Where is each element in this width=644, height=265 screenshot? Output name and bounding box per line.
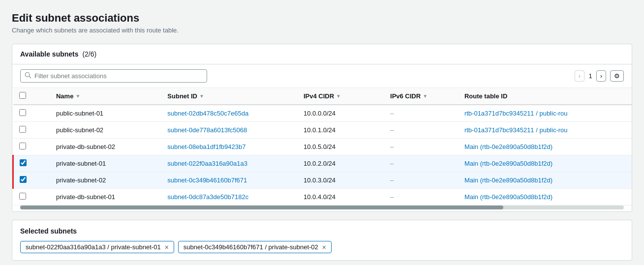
row-ipv6-cidr: – (384, 172, 459, 189)
row-ipv6-cidr: – (384, 139, 459, 155)
row-subnet-id[interactable]: subnet-0de778a6013fc5068 (161, 122, 298, 139)
table-row: private-subnet-01subnet-022f0aa316a90a1a… (13, 155, 632, 172)
table-row: public-subnet-01subnet-02db478c50c7e65da… (13, 105, 632, 122)
horizontal-scrollbar[interactable] (20, 206, 624, 209)
svg-line-1 (29, 76, 31, 78)
row-route-table-id[interactable]: rtb-01a371d7bc9345211 / public-rou (459, 122, 632, 139)
row-checkbox-cell (13, 139, 50, 155)
subnet-id-link[interactable]: subnet-0de778a6013fc5068 (167, 126, 247, 134)
row-checkbox-cell (13, 122, 50, 139)
row-checkbox[interactable] (19, 143, 26, 149)
tag-label: subnet-022f0aa316a90a1a3 / private-subne… (26, 243, 161, 251)
row-route-table-id[interactable]: Main (rtb-0e2e890a50d8b1f2d) (459, 155, 632, 172)
tag-label: subnet-0c349b46160b7f671 / private-subne… (184, 243, 318, 251)
row-ipv4-cidr: 10.0.3.0/24 (298, 172, 384, 189)
header-ipv4-cidr: IPv4 CIDR ▼ (298, 88, 384, 105)
page-subtitle: Change which subnets are associated with… (12, 27, 632, 34)
row-route-table-id[interactable]: Main (rtb-0e2e890a50d8b1f2d) (459, 189, 632, 206)
table-row: private-db-subnet-01subnet-0dc87a3de50b7… (13, 189, 632, 206)
page-container: Edit subnet associations Change which su… (12, 12, 632, 265)
row-checkbox[interactable] (20, 159, 27, 166)
row-name: private-subnet-02 (50, 172, 161, 189)
row-name: private-db-subnet-01 (50, 189, 161, 206)
row-ipv4-cidr: 10.0.0.0/24 (298, 105, 384, 122)
ipv6-sort-icon[interactable]: ▼ (423, 93, 428, 99)
subnet-id-link[interactable]: subnet-02db478c50c7e65da (167, 110, 248, 117)
row-route-table-id[interactable]: Main (rtb-0e2e890a50d8b1f2d) (459, 139, 632, 155)
route-table-link[interactable]: Main (rtb-0e2e890a50d8b1f2d) (464, 193, 552, 201)
ipv4-sort-icon[interactable]: ▼ (336, 93, 341, 99)
row-checkbox[interactable] (19, 193, 26, 200)
row-route-table-id[interactable]: rtb-01a371d7bc9345211 / public-rou (459, 105, 632, 122)
subnet-id-link[interactable]: subnet-022f0aa316a90a1a3 (167, 160, 247, 167)
row-name: public-subnet-02 (50, 122, 161, 139)
row-checkbox-cell (13, 105, 50, 122)
row-ipv4-cidr: 10.0.4.0/24 (298, 189, 384, 206)
row-checkbox[interactable] (20, 176, 27, 183)
row-ipv6-cidr: – (384, 155, 459, 172)
subnet-id-link[interactable]: subnet-08eba1df1fb9423b7 (167, 143, 245, 150)
row-ipv6-cidr: – (384, 189, 459, 206)
subnets-table: Name ▼ Subnet ID ▼ IPv4 (12, 88, 632, 206)
route-table-link[interactable]: rtb-01a371d7bc9345211 / public-rou (464, 110, 568, 117)
header-ipv6-cidr: IPv6 CIDR ▼ (384, 88, 459, 105)
row-checkbox[interactable] (19, 109, 26, 116)
table-row: public-subnet-02subnet-0de778a6013fc5068… (13, 122, 632, 139)
row-subnet-id[interactable]: subnet-0dc87a3de50b7182c (161, 189, 298, 206)
header-subnet-id: Subnet ID ▼ (161, 88, 298, 105)
route-table-link[interactable]: Main (rtb-0e2e890a50d8b1f2d) (464, 143, 552, 150)
select-all-checkbox[interactable] (19, 92, 26, 99)
name-sort-icon[interactable]: ▼ (75, 93, 80, 99)
available-subnets-header: Available subnets (2/6) (12, 44, 632, 64)
tag-remove-button[interactable]: × (165, 244, 169, 251)
row-subnet-id[interactable]: subnet-08eba1df1fb9423b7 (161, 139, 298, 155)
table-row: private-subnet-02subnet-0c349b46160b7f67… (13, 172, 632, 189)
page-title: Edit subnet associations (12, 12, 632, 25)
row-ipv4-cidr: 10.0.5.0/24 (298, 139, 384, 155)
row-ipv4-cidr: 10.0.2.0/24 (298, 155, 384, 172)
row-subnet-id[interactable]: subnet-02db478c50c7e65da (161, 105, 298, 122)
filter-input-wrap (20, 69, 207, 83)
row-name: private-subnet-01 (50, 155, 161, 172)
filter-input[interactable] (34, 72, 203, 80)
table-wrap: Name ▼ Subnet ID ▼ IPv4 (12, 88, 632, 211)
available-subnets-title: Available subnets (20, 50, 79, 58)
route-table-link[interactable]: Main (rtb-0e2e890a50d8b1f2d) (464, 160, 552, 167)
search-icon (25, 72, 31, 80)
row-checkbox-cell (13, 172, 50, 189)
table-header-row: Name ▼ Subnet ID ▼ IPv4 (13, 88, 632, 105)
page-number: 1 (588, 72, 592, 80)
selected-subnets-panel: Selected subnets subnet-022f0aa316a90a1a… (12, 220, 632, 261)
selected-subnet-tag: subnet-022f0aa316a90a1a3 / private-subne… (20, 241, 174, 253)
selected-tags-container: subnet-022f0aa316a90a1a3 / private-subne… (20, 241, 624, 253)
header-name: Name ▼ (50, 88, 161, 105)
row-ipv6-cidr: – (384, 105, 459, 122)
row-checkbox-cell (13, 155, 50, 172)
route-table-link[interactable]: rtb-01a371d7bc9345211 / public-rou (464, 126, 568, 134)
available-subnets-panel: Available subnets (2/6) ‹ 1 › ⚙ (12, 44, 632, 212)
row-subnet-id[interactable]: subnet-022f0aa316a90a1a3 (161, 155, 298, 172)
row-route-table-id[interactable]: Main (rtb-0e2e890a50d8b1f2d) (459, 172, 632, 189)
next-page-button[interactable]: › (596, 70, 606, 82)
header-checkbox-col (13, 88, 50, 105)
subnet-id-link[interactable]: subnet-0c349b46160b7f671 (167, 177, 247, 184)
row-subnet-id[interactable]: subnet-0c349b46160b7f671 (161, 172, 298, 189)
filter-row: ‹ 1 › ⚙ (12, 64, 632, 88)
row-checkbox[interactable] (19, 126, 26, 133)
header-route-table-id: Route table ID (459, 88, 632, 105)
row-checkbox-cell (13, 189, 50, 206)
row-name: public-subnet-01 (50, 105, 161, 122)
row-ipv4-cidr: 10.0.1.0/24 (298, 122, 384, 139)
subnet-id-link[interactable]: subnet-0dc87a3de50b7182c (167, 193, 248, 201)
tag-remove-button[interactable]: × (322, 244, 326, 251)
table-row: private-db-subnet-02subnet-08eba1df1fb94… (13, 139, 632, 155)
row-name: private-db-subnet-02 (50, 139, 161, 155)
pagination-controls: ‹ 1 › ⚙ (575, 70, 624, 82)
route-table-link[interactable]: Main (rtb-0e2e890a50d8b1f2d) (464, 177, 552, 184)
available-subnets-count: (2/6) (82, 50, 96, 58)
prev-page-button[interactable]: ‹ (575, 70, 584, 82)
selected-subnets-title: Selected subnets (20, 227, 624, 235)
settings-button[interactable]: ⚙ (610, 70, 624, 82)
row-ipv6-cidr: – (384, 122, 459, 139)
subnetid-sort-icon[interactable]: ▼ (199, 93, 204, 99)
